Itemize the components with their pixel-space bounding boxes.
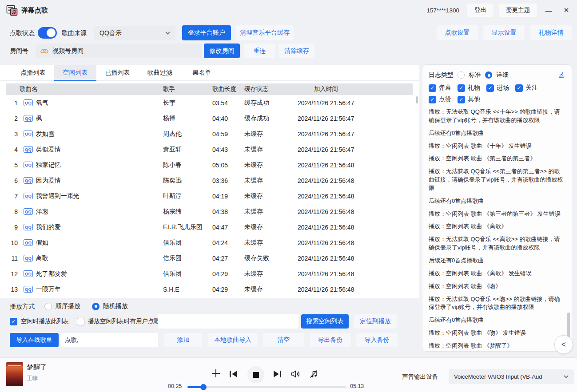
table-row[interactable]: 2QQ枫杨搏04:40缓存成功2024/11/26 21:56:47 [6, 111, 413, 126]
clear-list-button[interactable]: 清空 [263, 333, 304, 347]
tab-request-list[interactable]: 点播列表 [12, 65, 54, 81]
log-filter-label: 关注 [525, 84, 538, 92]
room-number-input[interactable] [52, 48, 198, 55]
close-button[interactable]: ✕ [560, 6, 573, 14]
add-button[interactable]: 添加 [164, 333, 202, 347]
search-idle-input[interactable] [158, 314, 298, 329]
song-duration: 04:24 [212, 239, 244, 246]
log-type-radio[interactable] [458, 71, 465, 79]
tab-song-filter[interactable]: 歌曲过滤 [139, 65, 181, 81]
logout-button[interactable]: 登出 [467, 4, 493, 17]
clean-music-cache-button[interactable]: 清理音乐平台缓存 [236, 25, 294, 40]
table-row[interactable]: 4QQ类似爱情萧亚轩04:43未缓存2024/11/26 21:56:47 [6, 142, 413, 157]
table-row[interactable]: 7QQ我曾遇到一束光叶斯淳04:19未缓存2024/11/26 21:56:48 [6, 188, 413, 204]
current-song-artist: 王菲 [27, 375, 38, 382]
tab-blacklist[interactable]: 黑名单 [181, 65, 223, 81]
modify-room-button[interactable]: 修改房间 [204, 44, 240, 58]
table-row[interactable]: 12QQ死了都要爱信乐团04:29未缓存2024/11/26 21:56:48 [6, 266, 413, 281]
song-cache-status: 未缓存 [244, 270, 298, 278]
song-artist: 陈小春 [163, 161, 212, 169]
local-import-button[interactable]: 本地歌曲导入 [208, 333, 258, 347]
table-row[interactable]: 1QQ氧气长宇03:54缓存成功2024/11/26 21:56:47 [6, 95, 413, 111]
song-cache-status: 未缓存 [244, 177, 298, 185]
reconnect-button[interactable]: 重连 [244, 44, 275, 58]
song-name: 洋葱 [36, 208, 48, 216]
song-added-time: 2024/11/26 21:56:48 [298, 177, 413, 184]
song-name: 我们的爱 [36, 223, 61, 231]
song-cache-status: 缓存成功 [244, 99, 298, 107]
song-source-badge: QQ [24, 270, 33, 277]
table-row[interactable]: 13QQ一眼万年S.H.E04:29未缓存2024/11/26 21:56:48 [6, 281, 413, 297]
switch-on-request-checkbox[interactable] [77, 318, 84, 325]
app-title: 弹幕点歌 [21, 0, 48, 20]
progress-thumb[interactable] [200, 384, 207, 390]
lyrics-off-icon[interactable] [309, 370, 318, 378]
collapse-panel-button[interactable]: < [554, 335, 573, 354]
status-toggle[interactable] [38, 27, 57, 39]
song-duration: 03:54 [212, 99, 244, 107]
gift-details-button[interactable]: 礼物详情 [530, 25, 572, 40]
progress-track[interactable] [187, 386, 346, 388]
log-filter-checkbox[interactable] [458, 96, 465, 103]
display-settings-button[interactable]: 显示设置 [483, 25, 525, 40]
song-name: 类似爱情 [36, 146, 61, 154]
locate-playing-button[interactable]: 定位到播放 [354, 314, 397, 329]
log-filter-checkbox[interactable] [429, 84, 436, 92]
clear-cache-button[interactable]: 清除缓存 [279, 44, 314, 58]
song-artist: 杨搏 [163, 115, 212, 123]
table-row[interactable]: 9QQ我们的爱F.I.R.飞儿乐团04:47未缓存2024/11/26 21:5… [6, 219, 413, 235]
change-theme-button[interactable]: 变更主题 [499, 4, 537, 17]
tab-idle-list[interactable]: 空闲列表 [54, 65, 96, 81]
table-row[interactable]: 5QQ独家记忆陈小春05:05未缓存2024/11/26 21:56:48 [6, 157, 413, 173]
playback-mode-radio[interactable] [92, 303, 99, 310]
volume-icon[interactable] [290, 370, 300, 378]
log-filter-checkbox[interactable] [486, 84, 494, 92]
song-artist: 信乐团 [163, 270, 212, 278]
table-row[interactable]: 8QQ洋葱杨宗纬04:38未缓存2024/11/26 21:56:48 [6, 204, 413, 219]
log-entry: 播放：无法获取 QQ音乐 <<十年>> 的歌曲链接，请确保登录了vip账号，并有… [429, 108, 565, 125]
log-type-radio[interactable] [485, 71, 492, 79]
song-settings-button[interactable]: 点歌设置 [437, 25, 478, 40]
table-row[interactable]: 10QQ假如信乐团04:24未缓存2024/11/26 21:56:48 [6, 235, 413, 250]
log-entry: 播放：无法获取 QQ音乐 <<吻>> 的歌曲链接，请确保登录了vip账号，并有该… [429, 295, 565, 312]
source-label: 歌曲来源 [62, 26, 87, 40]
login-platform-button[interactable]: 登录平台账户 [182, 25, 231, 40]
table-row[interactable]: 3QQ发如雪周杰伦04:59未缓存2024/11/26 21:56:47 [6, 126, 413, 142]
song-list-panel: 点播列表空闲列表已播列表歌曲过滤黑名单 歌曲名 歌手 歌曲长度 缓存状态 加入时… [0, 65, 419, 298]
previous-track-icon[interactable] [229, 370, 238, 378]
song-source-badge: QQ [24, 146, 33, 153]
table-row[interactable]: 11QQ离歌信乐团04:27缓存失败2024/11/26 21:56:48 [6, 250, 413, 266]
import-backup-button[interactable]: 导入备份 [356, 333, 398, 347]
table-row[interactable]: 6QQ因为爱情陈奕迅03:36未缓存2024/11/26 21:56:48 [6, 173, 413, 188]
log-filter-item: 进场 [486, 84, 509, 92]
stop-button[interactable] [247, 366, 264, 383]
song-index: 7 [6, 193, 18, 200]
export-backup-button[interactable]: 导出备份 [310, 333, 351, 347]
current-song-title: 梦醒了 [27, 363, 47, 372]
header-added-time: 加入时间 [298, 85, 413, 93]
log-entry: 播放：空闲列表 歌曲 《第三者的第三者》 [429, 154, 565, 163]
song-artist: S.H.E [163, 286, 212, 293]
playlist-input[interactable] [60, 333, 158, 347]
search-idle-button[interactable]: 搜索空闲列表 [301, 314, 349, 329]
log-filter-checkbox[interactable] [515, 84, 523, 92]
log-filter-checkbox[interactable] [458, 84, 465, 92]
room-label: 房间号 [10, 44, 28, 58]
tab-played-list[interactable]: 已播列表 [96, 65, 139, 81]
log-entry: 播放：空闲列表 歌曲 《十年》 发生错误 [429, 142, 565, 150]
chevron-down-icon [564, 375, 569, 378]
source-select[interactable]: QQ音乐 [94, 26, 175, 40]
log-filter-checkbox[interactable] [429, 96, 436, 103]
next-track-icon[interactable] [273, 370, 282, 378]
playback-mode-radio[interactable] [44, 303, 52, 310]
clear-log-broom-icon[interactable] [558, 71, 565, 79]
import-online-playlist-button[interactable]: 导入在线歌单 [10, 333, 59, 347]
log-entry: 播放：空闲列表 歌曲 《吻》 发生错误 [429, 329, 565, 337]
audio-output-select[interactable]: VoiceMeeter VAIO3 Input (VB-Aud [449, 369, 574, 384]
audio-output-value: VoiceMeeter VAIO3 Input (VB-Aud [454, 373, 560, 380]
table-scrollbar[interactable] [416, 96, 418, 103]
total-time: 05:13 [350, 383, 364, 389]
minimize-button[interactable]: — [542, 7, 555, 14]
add-song-icon[interactable] [211, 368, 221, 378]
idle-play-checkbox[interactable] [10, 318, 17, 325]
